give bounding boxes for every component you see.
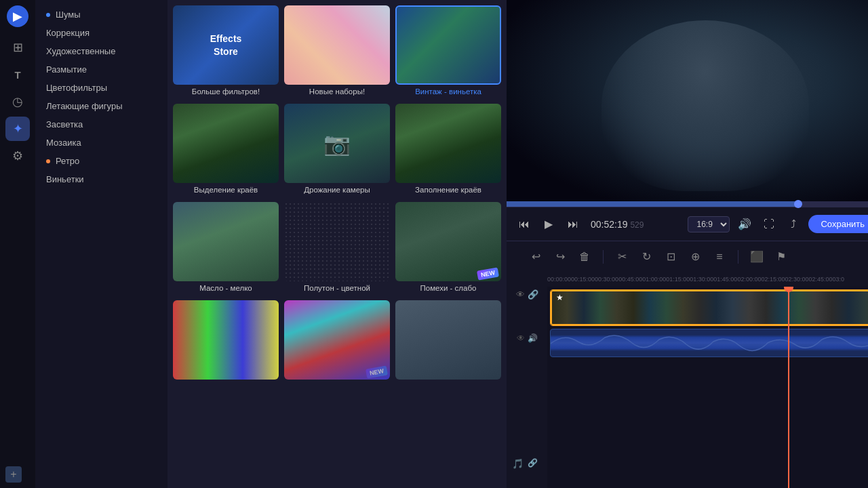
effect-thumbnail — [173, 104, 279, 183]
effect-edge-detect[interactable]: Выделение краёв — [173, 104, 279, 197]
audio-track[interactable] — [550, 329, 868, 357]
sidebar-item-noise[interactable]: Шумы — [35, 5, 167, 24]
eye-icon[interactable]: 👁 — [517, 333, 525, 343]
effect-label — [173, 382, 279, 385]
sidebar-item-label: Размытие — [46, 64, 87, 75]
effect-effects-store[interactable]: EffectsStore Больше фильтров! — [173, 5, 279, 98]
effect-color-split[interactable] — [173, 300, 279, 385]
settings-btn[interactable]: ⚙ — [5, 144, 30, 168]
video-track[interactable]: ★ — [550, 289, 868, 326]
frame-number: 529 — [630, 220, 644, 230]
skip-forward-btn[interactable]: ⏭ — [564, 215, 583, 234]
sidebar-item-colorfilters[interactable]: Цветофильтры — [35, 79, 167, 97]
sidebar-item-correction[interactable]: Коррекция — [35, 24, 167, 42]
sidebar-item-flare[interactable]: Засветка — [35, 115, 167, 134]
effect-noise-weak[interactable]: NEW Помехи - слабо — [395, 202, 501, 295]
skip-back-btn[interactable]: ⏮ — [515, 215, 534, 234]
progress-thumb[interactable] — [794, 200, 802, 208]
layout-btn[interactable]: ⊞ — [5, 35, 30, 60]
crop-btn[interactable]: ⊡ — [662, 248, 679, 266]
fullscreen-btn[interactable]: ⛶ — [760, 215, 778, 234]
sidebar-item-label: Засветка — [46, 119, 83, 129]
link-icon[interactable]: 🔗 — [528, 289, 538, 300]
aspect-ratio-select[interactable]: 16:9 9:16 1:1 — [688, 216, 730, 232]
sidebar-item-label: Мозаика — [46, 138, 81, 148]
loop-btn[interactable]: ↻ — [637, 248, 655, 266]
sidebar-item-blur[interactable]: Размытие — [35, 60, 167, 79]
video-track-controls: 👁 🔗 — [507, 287, 547, 302]
effect-label: Полутон - цветной — [284, 284, 390, 295]
ruler-marks: 00:00:00 00:15:00 00:30:00 00:45:00 01:0… — [547, 276, 844, 283]
export-btn[interactable]: ⤴ — [784, 215, 803, 234]
ruler-mark: 00:15:00 — [571, 276, 595, 283]
undo-btn[interactable]: ↩ — [527, 248, 545, 266]
effect-oil-fine[interactable]: Масло - мелко — [173, 202, 279, 295]
effects-icon: ✦ — [13, 121, 23, 136]
sidebar-item-artistic[interactable]: Художественные — [35, 42, 167, 60]
progress-bar-fill — [507, 201, 798, 207]
play-btn[interactable]: ▶ — [539, 215, 558, 234]
ruler-mark: 01:45:00 — [713, 276, 737, 283]
flag-btn[interactable]: ⚑ — [772, 248, 790, 266]
save-button[interactable]: Сохранить — [808, 215, 868, 233]
effect-fill-edges[interactable]: Заполнение краёв — [395, 104, 501, 197]
ruler-mark: 01:30:00 — [690, 276, 713, 283]
effect-thumbnail: 📷 — [284, 104, 390, 183]
volume-btn[interactable]: 🔊 — [735, 215, 754, 234]
sidebar-item-label: Виньетки — [46, 174, 84, 184]
delete-btn[interactable]: 🗑 — [576, 248, 593, 266]
effect-thumbnail — [173, 300, 279, 380]
effect-thumbnail — [284, 5, 390, 85]
layout-icon: ⊞ — [13, 40, 23, 55]
sidebar-item-flying-shapes[interactable]: Летающие фигуры — [35, 97, 167, 115]
clock-icon: ◷ — [12, 94, 23, 109]
effect-label: Новые наборы! — [284, 87, 390, 98]
adjust-btn[interactable]: ≡ — [711, 248, 728, 266]
video-background — [507, 0, 868, 201]
ruler-mark: 01:15:00 — [666, 276, 690, 283]
text-btn[interactable]: T — [5, 62, 30, 87]
effect-camera-shake[interactable]: 📷 Дрожание камеры — [284, 104, 390, 197]
effect-halftone-color[interactable]: Полутон - цветной — [284, 202, 390, 295]
speed-btn[interactable]: ⊕ — [686, 248, 704, 266]
ruler-mark: 02:30:00 — [785, 276, 808, 283]
add-track-btn[interactable]: + — [5, 466, 22, 483]
effect-label: Дрожание камеры — [284, 186, 390, 197]
effect-castle-mist[interactable] — [395, 300, 501, 385]
effect-new-sets[interactable]: Новые наборы! — [284, 5, 390, 98]
sidebar-item-vignettes[interactable]: Виньетки — [35, 170, 167, 188]
sidebar-item-label: Художественные — [46, 46, 115, 56]
sidebar-item-retro[interactable]: Ретро — [35, 152, 167, 170]
track-controls: 👁 🔗 👁 🔊 🎵 🔗 — [507, 287, 547, 488]
music-icon[interactable]: 🎵 — [512, 458, 524, 469]
timeline-tracks: 👁 🔗 👁 🔊 🎵 🔗 ★ — [507, 287, 868, 488]
frame-btn[interactable]: ⬛ — [748, 248, 766, 266]
effects-btn[interactable]: ✦ — [5, 117, 30, 141]
progress-bar[interactable] — [507, 201, 868, 207]
timeline-ruler: 00:00:00 00:15:00 00:30:00 00:45:00 01:0… — [507, 272, 868, 287]
ruler-mark: 00:45:00 — [618, 276, 642, 283]
clock-btn[interactable]: ◷ — [5, 89, 30, 114]
sidebar-item-mosaic[interactable]: Мозаика — [35, 134, 167, 152]
logo-icon: ▶ — [13, 9, 22, 24]
eye-icon[interactable]: 👁 — [516, 289, 525, 300]
effect-label: Выделение краёв — [173, 186, 279, 197]
redo-btn[interactable]: ↪ — [551, 248, 569, 266]
dot-indicator — [46, 159, 50, 163]
controls-bar: ⏮ ▶ ⏭ 00:52:19 529 16:9 9:16 1:1 🔊 ⛶ ⤴ С… — [507, 207, 868, 241]
effect-glitch[interactable]: NEW — [284, 300, 390, 385]
effect-vintage-vignette[interactable]: Винтаж - виньетка — [395, 5, 501, 98]
mute-icon[interactable]: 🔊 — [528, 333, 538, 343]
video-preview: ❮ — [507, 0, 868, 201]
cut-btn[interactable]: ✂ — [613, 248, 631, 266]
time-display: 00:52:19 529 — [591, 219, 644, 230]
ruler-mark: 01:00:00 — [642, 276, 666, 283]
star-icon: ★ — [556, 293, 564, 302]
logo-btn[interactable]: ▶ — [7, 5, 28, 27]
new-badge: NEW — [477, 267, 499, 280]
timeline-toolbar: + ↩ ↪ 🗑 ✂ ↻ ⊡ ⊕ ≡ ⬛ ⚑ — [507, 241, 868, 272]
camera-icon: 📷 — [323, 131, 351, 157]
effect-label: Заполнение краёв — [395, 186, 501, 197]
ruler-mark: 00:30:00 — [595, 276, 618, 283]
audio-link-icon[interactable]: 🔗 — [528, 458, 538, 469]
